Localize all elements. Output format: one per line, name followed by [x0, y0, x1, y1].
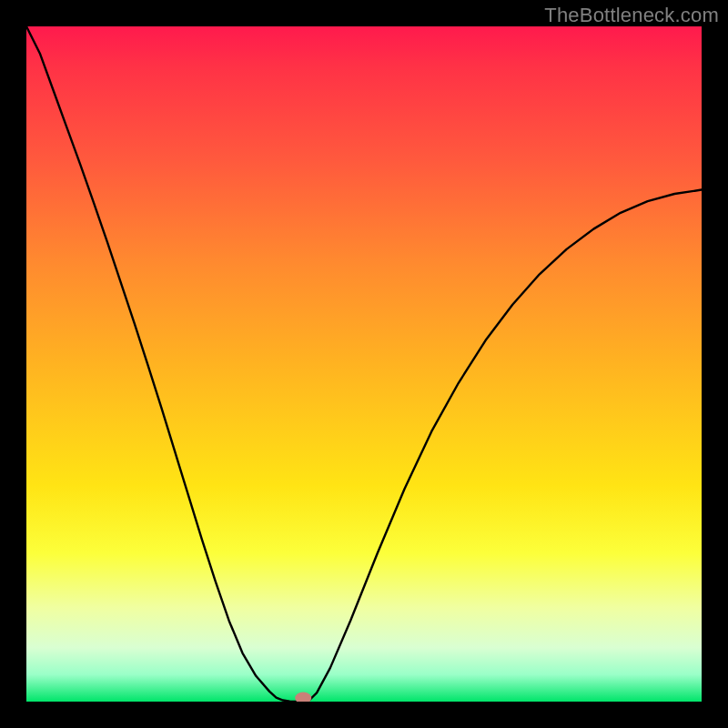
- watermark-text: TheBottleneck.com: [544, 4, 719, 27]
- chart-root: TheBottleneck.com: [0, 0, 728, 728]
- plot-area: [26, 26, 702, 702]
- bottleneck-curve: [26, 26, 702, 702]
